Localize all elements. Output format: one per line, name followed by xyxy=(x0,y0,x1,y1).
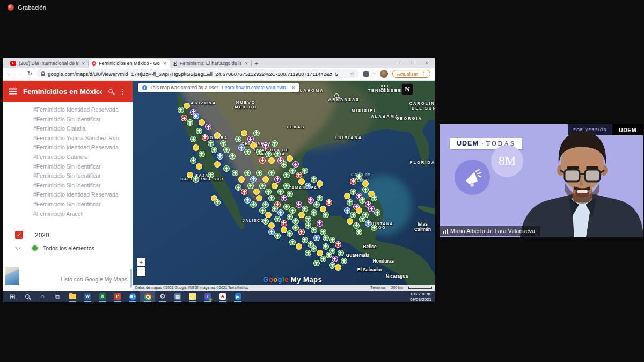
map-marker[interactable] xyxy=(296,243,302,250)
map-marker[interactable] xyxy=(305,250,311,256)
new-tab-button[interactable]: + xyxy=(252,59,261,68)
list-item[interactable]: #Feminicidio Sin Identificar xyxy=(33,162,129,172)
checkbox-checked-icon[interactable] xyxy=(15,231,23,239)
map-marker[interactable] xyxy=(305,216,311,222)
map-marker[interactable] xyxy=(223,165,230,172)
map-marker[interactable] xyxy=(305,183,311,189)
map-marker[interactable] xyxy=(317,195,323,201)
map-marker[interactable] xyxy=(323,243,329,250)
map-marker[interactable] xyxy=(250,201,257,208)
map-marker[interactable] xyxy=(262,218,269,225)
map-marker[interactable] xyxy=(287,155,293,162)
zoom-out-button[interactable]: − xyxy=(137,267,145,276)
map-marker[interactable] xyxy=(311,245,317,252)
map-marker[interactable] xyxy=(262,142,269,149)
map-marker[interactable] xyxy=(265,189,272,195)
map-marker[interactable] xyxy=(214,161,221,168)
list-item[interactable]: #Feminicidio Identidad Reservada xyxy=(33,105,129,115)
map-marker[interactable] xyxy=(268,170,275,176)
map-marker[interactable] xyxy=(196,163,202,170)
map-marker[interactable] xyxy=(244,197,251,204)
map-marker[interactable] xyxy=(241,130,247,136)
map-marker[interactable] xyxy=(296,201,302,208)
map-marker[interactable] xyxy=(208,172,214,178)
map-marker[interactable] xyxy=(332,256,338,262)
map-marker[interactable] xyxy=(359,216,365,222)
browser-tab[interactable]: EFeminismo: El hartazgo de las m× xyxy=(170,59,252,68)
map-marker[interactable] xyxy=(281,220,287,227)
map-marker[interactable] xyxy=(287,191,293,197)
list-item[interactable]: #Feminicidio Sin Identificar xyxy=(33,115,129,125)
map-marker[interactable] xyxy=(347,218,353,225)
map-marker[interactable] xyxy=(272,183,278,189)
map-marker[interactable] xyxy=(253,189,260,195)
map-marker[interactable] xyxy=(302,206,308,212)
map-marker[interactable] xyxy=(253,130,260,136)
list-item[interactable]: #Feminicidio Sin Identificar xyxy=(33,200,129,209)
address-bar[interactable]: google.com/maps/d/u/0/viewer?mid=174IjBz… xyxy=(36,69,358,78)
map-marker[interactable] xyxy=(268,195,275,201)
map-marker[interactable] xyxy=(292,161,299,168)
map-marker[interactable] xyxy=(235,136,241,142)
browser-tab[interactable]: (200) Día Internacional de la Muj× xyxy=(7,59,89,68)
taskbar-movies-tv[interactable]: ▶ xyxy=(230,291,245,302)
minimize-button[interactable]: – xyxy=(392,58,406,68)
map-marker[interactable] xyxy=(320,256,326,262)
taskbar-file-explorer[interactable] xyxy=(65,291,80,302)
chrome-update-button[interactable]: Actualizar ⋮ xyxy=(392,70,430,78)
account-avatar[interactable]: N xyxy=(401,83,413,95)
map-marker[interactable] xyxy=(329,262,335,269)
map-marker[interactable] xyxy=(187,172,193,178)
map-thumbnail[interactable] xyxy=(5,267,19,285)
map-marker[interactable] xyxy=(313,235,320,241)
map-marker[interactable] xyxy=(292,218,299,225)
list-item[interactable]: #Feminicidio Identidad Reservada xyxy=(33,190,129,200)
reading-list-icon[interactable]: ≡ xyxy=(373,71,376,77)
map-marker[interactable] xyxy=(289,168,296,174)
taskbar-powerpoint[interactable]: P xyxy=(110,291,125,302)
terms-link[interactable]: Términos xyxy=(370,286,385,289)
map-marker[interactable] xyxy=(256,149,262,155)
map-marker[interactable] xyxy=(368,206,375,212)
map-search-icon[interactable] xyxy=(334,93,339,98)
map-marker[interactable] xyxy=(329,237,335,243)
map-marker[interactable] xyxy=(250,176,257,183)
map-marker[interactable] xyxy=(287,230,293,237)
map-marker[interactable] xyxy=(241,189,247,195)
map-marker[interactable] xyxy=(235,184,241,191)
map-marker[interactable] xyxy=(296,172,302,178)
menu-icon[interactable] xyxy=(9,91,17,92)
taskbar-search[interactable] xyxy=(20,291,35,302)
map-marker[interactable] xyxy=(302,168,308,174)
map-marker[interactable] xyxy=(256,195,262,201)
map-marker[interactable] xyxy=(265,212,272,218)
map-canvas[interactable]: OKLAHOMATENNESSEEARKANSASMISISIPIALABAMA… xyxy=(133,81,435,291)
map-marker[interactable] xyxy=(229,153,236,160)
map-marker[interactable] xyxy=(196,128,202,134)
map-marker[interactable] xyxy=(350,189,356,195)
taskbar-settings[interactable]: ⚙ xyxy=(155,291,170,302)
search-icon[interactable] xyxy=(108,89,113,93)
map-marker[interactable] xyxy=(371,225,377,231)
map-marker[interactable] xyxy=(259,183,266,189)
map-marker[interactable] xyxy=(281,195,287,201)
map-marker[interactable] xyxy=(274,151,281,157)
taskbar-task-view[interactable]: ⧉ xyxy=(50,291,65,302)
year-filter-row[interactable]: 2020 xyxy=(15,231,49,239)
map-marker[interactable] xyxy=(311,209,317,216)
list-item[interactable]: #Feminicidio Yajaira Sánchez Ruiz xyxy=(33,134,129,143)
map-marker[interactable] xyxy=(259,207,266,214)
sidebar-kebab-icon[interactable]: ⋮ xyxy=(119,88,126,96)
map-marker[interactable] xyxy=(190,157,196,164)
map-marker[interactable] xyxy=(359,197,365,204)
map-marker[interactable] xyxy=(247,136,254,142)
taskbar-zoom[interactable] xyxy=(125,291,140,302)
map-marker[interactable] xyxy=(317,250,323,256)
reload-button[interactable]: ↻ xyxy=(27,71,32,77)
browser-tab[interactable]: Feminicidios en México - Googl× xyxy=(89,59,170,68)
map-marker[interactable] xyxy=(199,119,205,126)
map-marker[interactable] xyxy=(298,178,305,185)
map-marker[interactable] xyxy=(311,227,317,233)
map-marker[interactable] xyxy=(326,199,332,206)
map-marker[interactable] xyxy=(193,113,199,119)
